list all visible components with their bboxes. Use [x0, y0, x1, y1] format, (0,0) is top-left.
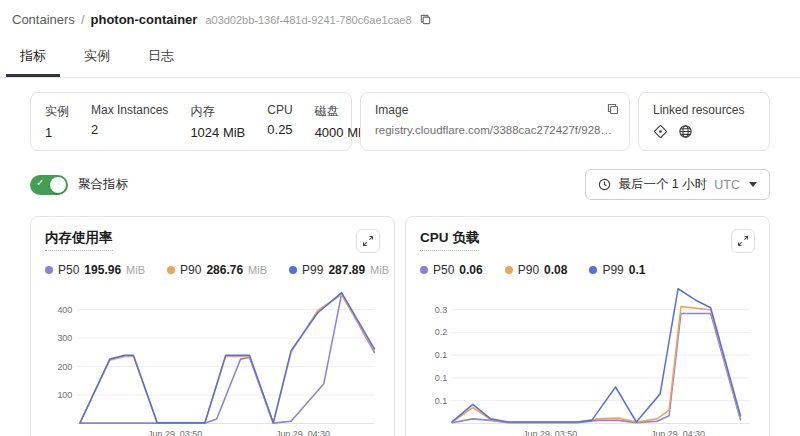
stat-label: 磁盘: [315, 103, 367, 120]
legend-item: P99 287.89 MiB: [289, 263, 389, 277]
image-card: Image registry.cloudflare.com/3388cac272…: [360, 92, 630, 151]
toggle-knob: [50, 177, 66, 193]
legend-value: 195.96: [84, 263, 121, 277]
time-range-label: 最后一个 1 小时: [618, 176, 707, 193]
legend-value: 287.89: [328, 263, 365, 277]
copy-icon: [419, 13, 432, 26]
caret-down-icon: [749, 182, 757, 187]
image-value: registry.cloudflare.com/3388cac272427f/9…: [375, 124, 615, 136]
legend-item: P50 0.06: [420, 263, 483, 277]
tab-bar: 指标 实例 日志: [0, 39, 800, 78]
timezone-label: UTC: [714, 178, 740, 192]
time-range-dropdown[interactable]: 最后一个 1 小时 UTC: [585, 169, 770, 200]
legend-dot: [505, 266, 513, 274]
legend-name: P90: [518, 263, 539, 277]
legend-name: P90: [180, 263, 201, 277]
svg-text:Jun 29, 03:50: Jun 29, 03:50: [148, 429, 202, 436]
cpu-chart-legend: P50 0.06 P90 0.08 P99 0.1: [420, 263, 755, 277]
stat-value: 1: [45, 125, 69, 140]
charts-row: 内存使用率 P50 195.96 MiB P90 286.76: [30, 216, 770, 436]
stat-disk: 磁盘 4000 MB: [315, 103, 367, 140]
svg-text:200: 200: [57, 361, 72, 371]
svg-text:0.1: 0.1: [435, 373, 447, 383]
clock-icon: [598, 178, 611, 191]
copy-icon: [606, 102, 620, 116]
breadcrumb-separator: /: [81, 12, 85, 27]
legend-dot: [45, 266, 53, 274]
aggregate-metrics-label: 聚合指标: [78, 176, 128, 193]
legend-value: 0.06: [459, 263, 482, 277]
stat-value: 4000 MB: [315, 125, 367, 140]
stat-value: 2: [91, 122, 168, 137]
legend-unit: MiB: [370, 264, 389, 276]
svg-text:400: 400: [57, 304, 72, 314]
legend-unit: MiB: [126, 264, 145, 276]
memory-chart-card: 内存使用率 P50 195.96 MiB P90 286.76: [30, 216, 395, 436]
legend-dot: [289, 266, 297, 274]
stat-max-instances: Max Instances 2: [91, 103, 168, 140]
legend-item: P90 0.08: [505, 263, 568, 277]
controls-row: ✓ 聚合指标 最后一个 1 小时 UTC: [30, 169, 770, 200]
container-name: photon-container: [91, 12, 198, 27]
tab-metrics[interactable]: 指标: [6, 39, 60, 77]
svg-text:0.3: 0.3: [435, 304, 447, 314]
cpu-chart-card: CPU 负载 P50 0.06 P90 0.08: [405, 216, 770, 436]
copy-id-button[interactable]: [418, 12, 433, 27]
cpu-load-chart: 0.10.10.10.20.3Jun 29, 03:50Jun 29, 04:3…: [420, 279, 755, 436]
stat-value: 0.25: [267, 122, 292, 137]
expand-icon: [362, 235, 374, 247]
svg-text:0.1: 0.1: [435, 395, 447, 405]
stat-label: 实例: [45, 103, 69, 120]
legend-dot: [167, 266, 175, 274]
tab-instances[interactable]: 实例: [70, 39, 124, 77]
stat-instances: 实例 1: [45, 103, 69, 140]
breadcrumb: Containers / photon-container a03d02bb-1…: [0, 0, 800, 31]
legend-dot: [589, 266, 597, 274]
durable-object-link[interactable]: [653, 124, 668, 139]
svg-text:Jun 29, 04:30: Jun 29, 04:30: [651, 429, 705, 436]
legend-value: 0.08: [544, 263, 567, 277]
stat-label: 内存: [190, 103, 245, 120]
legend-value: 286.76: [206, 263, 243, 277]
legend-item: P50 195.96 MiB: [45, 263, 145, 277]
stat-memory: 内存 1024 MiB: [190, 103, 245, 140]
expand-icon: [737, 235, 749, 247]
svg-text:Jun 29, 03:50: Jun 29, 03:50: [523, 429, 577, 436]
legend-item: P90 286.76 MiB: [167, 263, 267, 277]
svg-text:300: 300: [57, 333, 72, 343]
svg-text:0.2: 0.2: [435, 327, 447, 337]
overview-card: 实例 1 Max Instances 2 内存 1024 MiB CPU 0.2…: [30, 92, 352, 151]
legend-name: P99: [302, 263, 323, 277]
legend-dot: [420, 266, 428, 274]
legend-name: P50: [433, 263, 454, 277]
legend-value: 0.1: [629, 263, 646, 277]
container-id: a03d02bb-136f-481d-9241-780c6ae1cae8: [205, 14, 411, 26]
stat-value: 1024 MiB: [190, 125, 245, 140]
copy-image-button[interactable]: [605, 101, 621, 117]
cpu-chart-title: CPU 负载: [420, 229, 479, 251]
svg-text:0.1: 0.1: [435, 350, 447, 360]
svg-text:Jun 29, 04:30: Jun 29, 04:30: [276, 429, 330, 436]
legend-unit: MiB: [248, 264, 267, 276]
image-label: Image: [375, 103, 615, 117]
overview-cards-row: 实例 1 Max Instances 2 内存 1024 MiB CPU 0.2…: [30, 92, 770, 151]
legend-name: P99: [602, 263, 623, 277]
tab-logs[interactable]: 日志: [134, 39, 188, 77]
memory-usage-chart: 100200300400Jun 29, 03:50Jun 29, 04:30Ti…: [45, 279, 380, 436]
linked-resources-label: Linked resources: [653, 103, 755, 117]
cpu-chart-expand-button[interactable]: [731, 229, 755, 253]
stat-cpu: CPU 0.25: [267, 103, 292, 140]
legend-name: P50: [58, 263, 79, 277]
durable-object-icon: [653, 124, 668, 139]
memory-chart-expand-button[interactable]: [356, 229, 380, 253]
breadcrumb-containers-link[interactable]: Containers: [12, 12, 75, 27]
aggregate-metrics-toggle[interactable]: ✓: [30, 175, 68, 195]
stat-label: Max Instances: [91, 103, 168, 117]
legend-item: P99 0.1: [589, 263, 645, 277]
stat-label: CPU: [267, 103, 292, 117]
memory-chart-title: 内存使用率: [45, 229, 113, 251]
globe-link[interactable]: [678, 124, 693, 139]
svg-text:100: 100: [57, 390, 72, 400]
linked-resources-card: Linked resources: [638, 92, 770, 151]
globe-icon: [678, 124, 693, 139]
